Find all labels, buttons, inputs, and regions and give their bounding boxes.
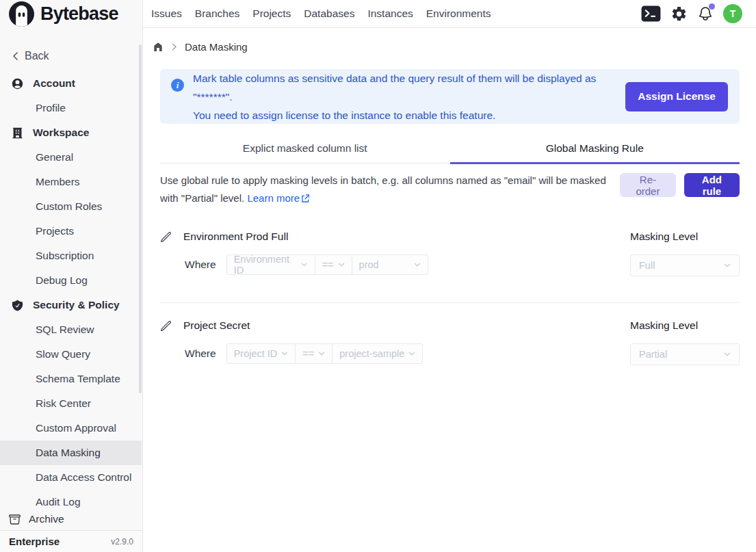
masking-level-label: Masking Level [630,317,740,334]
shield-check-icon [11,299,24,312]
condition-operator-select[interactable]: == [295,344,332,363]
edit-rule-icon[interactable] [160,320,172,332]
sidebar-item-data-access-control[interactable]: Data Access Control [0,465,142,490]
nav-branches[interactable]: Branches [195,8,239,20]
nav-databases[interactable]: Databases [304,8,354,20]
nav-instances[interactable]: Instances [367,8,413,20]
sidebar-item-debug-log[interactable]: Debug Log [0,268,142,293]
header-bar: Issues Branches Projects Databases Insta… [143,0,756,28]
chevron-down-icon [338,263,345,267]
chevron-down-icon [414,263,421,267]
condition-value-select[interactable]: prod [352,255,428,274]
sidebar-item-slow-query[interactable]: Slow Query [0,342,142,367]
rules-actions: Re-order Add rule [620,172,740,197]
where-label: Where [185,259,216,271]
sidebar-item-custom-approval[interactable]: Custom Approval [0,416,142,441]
chevron-down-icon [724,352,731,356]
masking-level-label: Masking Level [630,228,740,246]
app-version: v2.9.0 [111,537,133,547]
banner-line1: Mark table columns as sensitive data and… [193,69,625,106]
sql-editor-icon[interactable] [641,5,661,22]
header-actions: T [641,4,742,23]
plan-footer: Enterprise v2.9.0 [0,530,142,552]
breadcrumb: Data Masking [152,38,756,55]
chevron-down-icon [318,352,325,356]
masking-tabs: Explict masked column list Global Maskin… [160,134,740,163]
sidebar-section-security-policy: Security & Policy [0,293,142,317]
top-header: Bytebase Issues Branches Projects Databa… [0,0,756,28]
rule-condition-group: Environment ID == prod [226,254,428,275]
plan-name: Enterprise [9,536,60,547]
nav-projects[interactable]: Projects [252,8,291,20]
nav-environments[interactable]: Environments [426,8,491,20]
nav-issues[interactable]: Issues [151,8,182,20]
sidebar-item-profile[interactable]: Profile [0,96,142,120]
sidebar-item-custom-roles[interactable]: Custom Roles [0,194,142,219]
sidebar-item-sql-review[interactable]: SQL Review [0,317,142,342]
sidebar-section-workspace: Workspace [0,120,142,145]
chevron-down-icon [281,352,288,356]
main-content: Data Masking i Mark table columns as sen… [144,28,756,552]
sidebar-item-subscription[interactable]: Subscription [0,244,142,268]
edit-rule-icon[interactable] [160,231,172,243]
sidebar-section-account: Account [0,71,142,96]
app-window: Bytebase Issues Branches Projects Databa… [0,0,756,552]
reorder-button[interactable]: Re-order [620,173,676,197]
assign-license-button[interactable]: Assign License [625,82,728,111]
bytebase-logo-icon [9,1,34,27]
condition-field-select[interactable]: Environment ID [227,255,315,274]
masking-rule-card: Project Secret Where Project ID == [160,317,740,365]
sidebar-item-general[interactable]: General [0,145,142,170]
sidebar-item-projects[interactable]: Projects [0,219,142,244]
chevron-down-icon [408,352,415,356]
rule-title: Environment Prod Full [183,231,288,243]
chevron-down-icon [724,263,731,267]
tab-global-masking-rule[interactable]: Global Masking Rule [450,134,740,163]
condition-field-select[interactable]: Project ID [227,344,296,363]
add-rule-button[interactable]: Add rule [684,173,740,197]
rules-toolbar: Use global rule to apply masking levels … [160,172,740,207]
home-icon[interactable] [152,41,164,53]
sidebar-item-members[interactable]: Members [0,170,142,194]
learn-more-link[interactable]: Learn more [247,192,309,204]
rule-title: Project Secret [183,319,250,332]
rule-condition-group: Project ID == project-sample [226,343,423,364]
sidebar-scrollbar[interactable] [139,44,142,393]
archive-icon [8,513,21,526]
masking-level-select[interactable]: Full [630,254,740,276]
chevron-left-icon [12,52,19,60]
user-avatar[interactable]: T [723,4,742,23]
masking-level-select[interactable]: Partial [630,343,740,365]
notification-bell-icon[interactable] [697,5,714,22]
masking-rule-card: Environment Prod Full Where Environment … [160,228,740,276]
settings-gear-icon[interactable] [670,5,688,23]
user-icon [11,77,24,90]
banner-line2: You need to assign license to the instan… [193,106,625,124]
banner-text: Mark table columns as sensitive data and… [193,68,625,124]
sidebar-item-risk-center[interactable]: Risk Center [0,391,142,416]
external-link-icon [300,194,309,202]
brand-name: Bytebase [40,3,118,25]
license-banner: i Mark table columns as sensitive data a… [160,69,740,124]
settings-sidebar: Back Account Profile Workspace General M… [0,28,143,552]
tab-explicit-masked-column-list[interactable]: Explict masked column list [160,134,450,163]
sidebar-item-audit-log[interactable]: Audit Log [0,490,142,508]
where-label: Where [185,347,216,360]
main-nav: Issues Branches Projects Databases Insta… [151,8,491,20]
building-icon [11,127,24,140]
chevron-right-icon [172,43,177,51]
rules-description: Use global rule to apply masking levels … [160,172,620,207]
brand-area[interactable]: Bytebase [0,0,143,28]
sidebar-item-schema-template[interactable]: Schema Template [0,367,142,391]
back-button[interactable]: Back [0,47,142,65]
sidebar-item-data-masking[interactable]: Data Masking [0,441,142,465]
chevron-down-icon [301,263,307,267]
sidebar-item-archive[interactable]: Archive [0,508,142,530]
rule-divider [160,302,740,303]
notification-dot [709,3,715,10]
sidebar-scroll-area: Back Account Profile Workspace General M… [0,28,142,508]
condition-value-select[interactable]: project-sample [332,344,422,363]
breadcrumb-current: Data Masking [185,41,248,53]
condition-operator-select[interactable]: == [315,255,352,274]
info-icon: i [171,79,184,92]
